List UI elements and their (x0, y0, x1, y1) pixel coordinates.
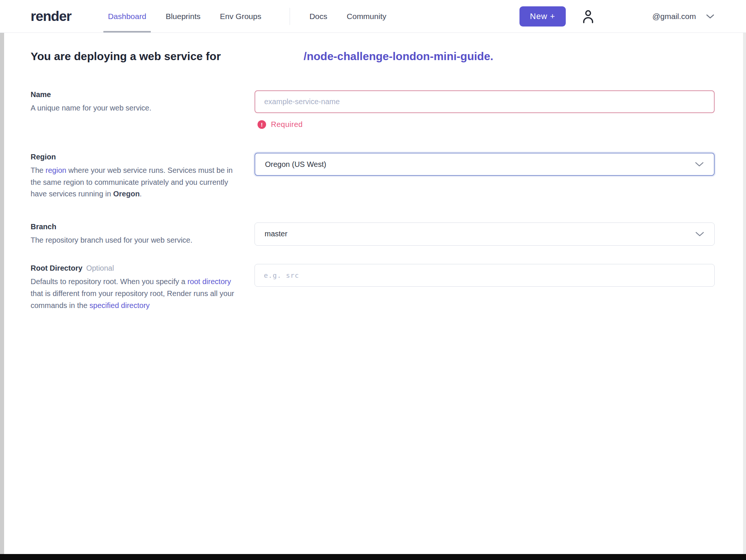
name-label: Name (31, 90, 242, 99)
bottom-bar (0, 554, 746, 560)
page-title-prefix: You are deploying a web service for (31, 50, 221, 63)
header-right-controls: New + @gmail.com (519, 6, 715, 27)
region-field-info: Region The region where your web service… (31, 153, 255, 200)
exclamation-circle-icon: ! (257, 120, 266, 129)
region-desc-text: The (31, 166, 46, 174)
specified-directory-docs-link[interactable]: specified directory (90, 301, 150, 309)
account-email: @gmail.com (652, 12, 696, 21)
root-directory-label-text: Root Directory (31, 264, 82, 272)
nav-divider (290, 8, 290, 25)
name-field-info: Name A unique name for your web service. (31, 90, 255, 114)
branch-field-info: Branch The repository branch used for yo… (31, 223, 255, 246)
new-button[interactable]: New + (519, 6, 566, 27)
nav-item-label: Env Groups (220, 12, 261, 21)
chevron-down-icon (706, 14, 715, 19)
page-title: You are deploying a web service for /nod… (31, 50, 715, 63)
root-directory-docs-link[interactable]: root directory (187, 277, 231, 286)
new-button-label: New + (530, 12, 555, 21)
region-label: Region (31, 153, 242, 161)
chevron-down-icon (695, 161, 704, 167)
account-menu[interactable]: @gmail.com (652, 12, 715, 21)
name-error-text: Required (271, 120, 303, 129)
top-nav-bar: render Dashboard Blueprints Env Groups D… (0, 0, 746, 33)
name-field-row: Name A unique name for your web service.… (31, 90, 715, 129)
chevron-down-icon (695, 231, 705, 237)
root-directory-label: Root DirectoryOptional (31, 264, 242, 273)
region-description: The region where your web service runs. … (31, 165, 242, 200)
deploy-form: You are deploying a web service for /nod… (0, 50, 746, 311)
nav-item-docs[interactable]: Docs (309, 0, 327, 32)
nav-item-label: Dashboard (108, 12, 146, 21)
nav-item-blueprints[interactable]: Blueprints (166, 0, 200, 32)
person-icon (580, 8, 596, 25)
nav-item-community[interactable]: Community (347, 0, 386, 32)
root-directory-field-info: Root DirectoryOptional Defaults to repos… (31, 264, 255, 311)
nav-item-label: Docs (309, 12, 327, 21)
region-select[interactable]: Oregon (US West) (255, 153, 715, 176)
render-logo[interactable]: render (31, 9, 71, 24)
name-field-control: ! Required (255, 90, 715, 129)
root-directory-field-control (255, 264, 715, 287)
name-error-message: ! Required (255, 120, 715, 129)
branch-field-row: Branch The repository branch used for yo… (31, 223, 715, 246)
optional-tag: Optional (86, 264, 114, 272)
root-directory-field-row: Root DirectoryOptional Defaults to repos… (31, 264, 715, 311)
root-directory-input[interactable] (255, 264, 715, 287)
nav-item-label: Community (347, 12, 386, 21)
account-icon-button[interactable] (580, 8, 596, 25)
branch-field-control: master (255, 223, 715, 246)
primary-nav: Dashboard Blueprints Env Groups Docs Com… (108, 0, 406, 32)
page-title-suffix: . (490, 50, 493, 63)
root-desc-text: Defaults to repository root. When you sp… (31, 277, 187, 286)
name-description: A unique name for your web service. (31, 102, 242, 114)
root-directory-description: Defaults to repository root. When you sp… (31, 276, 242, 311)
branch-select[interactable]: master (255, 223, 715, 246)
nav-item-dashboard[interactable]: Dashboard (108, 0, 146, 32)
region-current: Oregon (113, 190, 140, 198)
region-field-control: Oregon (US West) (255, 153, 715, 176)
region-select-value: Oregon (US West) (265, 160, 326, 169)
page-right-edge (743, 26, 746, 560)
nav-item-label: Blueprints (166, 12, 200, 21)
branch-select-value: master (265, 230, 287, 238)
region-docs-link[interactable]: region (46, 166, 66, 174)
branch-label: Branch (31, 223, 242, 231)
page-left-edge (0, 26, 4, 560)
nav-item-env-groups[interactable]: Env Groups (220, 0, 261, 32)
repo-link[interactable]: /node-challenge-london-mini-guide (304, 50, 490, 63)
region-desc-text: . (140, 190, 142, 198)
branch-description: The repository branch used for your web … (31, 234, 242, 246)
region-field-row: Region The region where your web service… (31, 153, 715, 200)
name-input[interactable] (255, 90, 715, 113)
active-tab-indicator (103, 31, 151, 32)
